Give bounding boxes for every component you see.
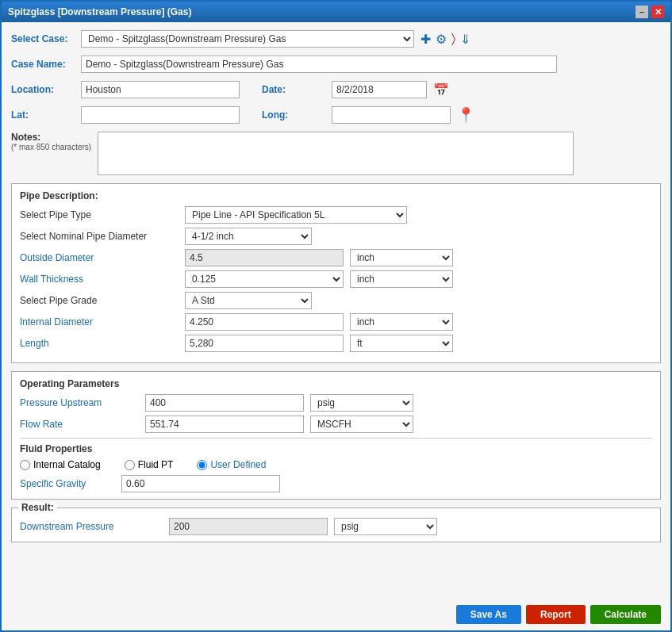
titlebar-buttons: – ✕ [636,6,664,18]
pressure-upstream-input[interactable] [145,394,304,412]
fluid-properties-title: Fluid Properties [20,443,652,454]
wall-thickness-row: Wall Thickness 0.125 inch mm [20,270,652,288]
downstream-pressure-input [169,518,328,535]
long-input[interactable] [332,106,451,124]
long-label: Long: [262,109,325,121]
radio-internal-catalog[interactable]: Internal Catalog [20,459,101,470]
nominal-diameter-label: Select Nominal Pipe Diameter [20,231,179,242]
radio-fluid-pt-label: Fluid PT [138,459,174,470]
pipe-grade-select[interactable]: A Std [185,292,312,309]
notes-sublabel: (* max 850 characters) [11,143,91,151]
length-input[interactable] [185,335,344,352]
location-date-row: Location: Date: 📅 [11,81,661,98]
outside-diameter-unit-select[interactable]: inch mm [350,249,453,266]
lat-input[interactable] [81,106,240,124]
operating-parameters-section: Operating Parameters Pressure Upstream p… [20,378,652,433]
internal-diameter-unit-select[interactable]: inch mm [350,313,453,331]
wall-thickness-select[interactable]: 0.125 [185,270,344,288]
map-pin-icon[interactable]: 📍 [457,106,474,124]
calendar-icon[interactable]: 📅 [433,82,449,98]
specific-gravity-label: Specific Gravity [20,478,115,489]
flow-rate-unit-select[interactable]: MSCFH MMSCFD SCFH [310,416,413,433]
downstream-pressure-unit-select[interactable]: psig psia kPa bar [334,518,437,535]
radio-internal-catalog-input[interactable] [20,460,30,470]
select-case-dropdown[interactable]: Demo - Spitzglass(Downstream Pressure) G… [81,30,414,48]
radio-internal-catalog-label: Internal Catalog [33,459,101,470]
titlebar: Spitzglass [Downstream Pressure] (Gas) –… [2,2,670,22]
specific-gravity-row: Specific Gravity [20,475,652,492]
wall-thickness-label: Wall Thickness [20,274,179,285]
outside-diameter-input[interactable] [185,249,344,266]
fluid-radio-row: Internal Catalog Fluid PT User Defined [20,459,652,470]
select-case-row: Select Case: Demo - Spitzglass(Downstrea… [11,30,661,48]
notes-row: Notes: (* max 850 characters) [11,132,661,175]
length-unit-select[interactable]: ft m [350,335,453,352]
pressure-upstream-row: Pressure Upstream psig psia kPa bar [20,394,652,412]
result-title: Result: [18,502,57,513]
result-section: Result: Downstream Pressure psig psia kP… [11,508,661,542]
nominal-diameter-row: Select Nominal Pipe Diameter 4-1/2 inch [20,228,652,245]
radio-user-defined-input[interactable] [197,460,207,470]
notes-textarea[interactable] [98,132,574,175]
main-content: Select Case: Demo - Spitzglass(Downstrea… [2,22,670,599]
titlebar-title: Spitzglass [Downstream Pressure] (Gas) [8,6,191,17]
pipe-type-select[interactable]: Pipe Line - API Specification 5L [185,206,407,224]
settings-icon[interactable]: ⚙ [436,32,447,47]
download-icon[interactable]: ⇓ [460,32,470,47]
pressure-upstream-label: Pressure Upstream [20,397,139,408]
pipe-grade-label: Select Pipe Grade [20,295,179,306]
length-row: Length ft m [20,335,652,352]
select-case-label: Select Case: [11,33,75,44]
main-window: Spitzglass [Downstream Pressure] (Gas) –… [0,0,672,632]
length-label: Length [20,338,179,349]
pipe-grade-row: Select Pipe Grade A Std [20,292,652,309]
operating-fluid-section: Operating Parameters Pressure Upstream p… [11,371,661,500]
pipe-type-row: Select Pipe Type Pipe Line - API Specifi… [20,206,652,224]
radio-user-defined[interactable]: User Defined [197,459,266,470]
location-label: Location: [11,84,75,95]
case-name-label: Case Name: [11,59,75,70]
notes-label: Notes: [11,132,91,143]
flow-rate-input[interactable] [145,416,304,433]
internal-diameter-label: Internal Diameter [20,316,179,327]
calculate-button[interactable]: Calculate [590,605,661,624]
case-name-input[interactable] [81,56,557,73]
lat-label: Lat: [11,109,75,121]
outside-diameter-label: Outside Diameter [20,252,179,263]
add-case-icon[interactable]: ✚ [420,32,431,47]
lat-long-row: Lat: Long: 📍 [11,106,661,124]
pipe-type-label: Select Pipe Type [20,209,179,220]
radio-fluid-pt-input[interactable] [125,460,135,470]
case-name-row: Case Name: [11,56,661,73]
fluid-properties-section: Fluid Properties Internal Catalog Fluid … [20,443,652,492]
location-input[interactable] [81,81,240,98]
radio-fluid-pt[interactable]: Fluid PT [125,459,174,470]
pressure-upstream-unit-select[interactable]: psig psia kPa bar [310,394,413,412]
flow-rate-label: Flow Rate [20,419,139,430]
pipe-description-section: Pipe Description: Select Pipe Type Pipe … [11,183,661,363]
share-icon[interactable]: 〉 [451,32,455,46]
close-button[interactable]: ✕ [651,6,664,18]
wall-thickness-unit-select[interactable]: inch mm [350,270,453,288]
downstream-pressure-label: Downstream Pressure [20,521,163,532]
date-label: Date: [262,84,325,95]
date-input[interactable] [332,81,427,98]
radio-user-defined-label: User Defined [210,459,266,470]
bottom-buttons: Save As Report Calculate [2,599,670,630]
case-icons: ✚ ⚙ 〉 ⇓ [420,32,470,47]
specific-gravity-input[interactable] [121,475,280,492]
pipe-description-title: Pipe Description: [20,190,652,201]
operating-parameters-title: Operating Parameters [20,378,652,389]
save-as-button[interactable]: Save As [456,605,521,624]
nominal-diameter-select[interactable]: 4-1/2 inch [185,228,312,245]
internal-diameter-input[interactable] [185,313,344,331]
report-button[interactable]: Report [526,605,586,624]
outside-diameter-row: Outside Diameter inch mm [20,249,652,266]
minimize-button[interactable]: – [636,6,648,18]
result-content: Downstream Pressure psig psia kPa bar [20,518,652,535]
internal-diameter-row: Internal Diameter inch mm [20,313,652,331]
flow-rate-row: Flow Rate MSCFH MMSCFD SCFH [20,416,652,433]
